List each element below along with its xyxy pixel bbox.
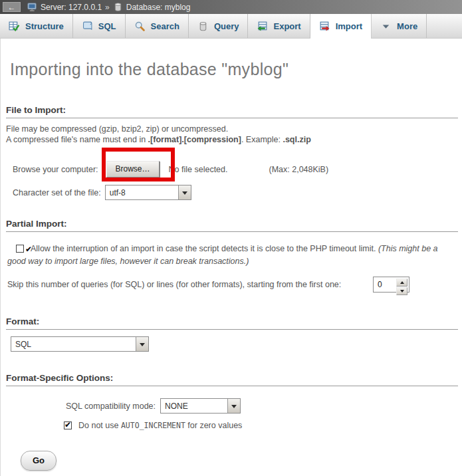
dropdown-arrow-icon[interactable]: [178, 185, 191, 199]
allow-interrupt-checkbox[interactable]: [16, 245, 24, 253]
format-heading: Format:: [6, 316, 458, 330]
browse-button[interactable]: Browse…: [106, 161, 160, 178]
main-content: Importing into the database "myblog" Fil…: [0, 39, 462, 476]
no-file-selected-text: No file selected.: [169, 165, 228, 174]
auto-increment-suffix: for zero values: [185, 421, 242, 430]
sql-compatibility-value: NONE: [161, 399, 227, 413]
sql-compatibility-select[interactable]: NONE: [160, 398, 241, 414]
tab-label: Query: [214, 21, 239, 31]
page-title: Importing into the database "myblog": [10, 60, 289, 79]
tab-import[interactable]: Import: [310, 14, 372, 39]
note-line1: File may be compressed (gzip, bzip2, zip…: [6, 124, 228, 134]
charset-label: Character set of the file:: [13, 188, 101, 197]
skip-queries-row: Skip this number of queries (for SQL) or…: [7, 277, 409, 293]
spinner-up-button[interactable]: [396, 279, 407, 287]
export-icon: [257, 21, 268, 32]
max-size-text: (Max: 2,048KiB): [269, 165, 328, 174]
query-icon: [197, 21, 209, 32]
breadcrumb: ← Server: 127.0.0.1 » Database: myblog: [0, 0, 462, 14]
spinner-buttons: [396, 279, 407, 291]
tab-label: SQL: [98, 21, 116, 31]
auto-increment-checkbox[interactable]: [64, 421, 72, 429]
server-icon: [27, 2, 37, 12]
allow-interrupt-row: Allow the interruption of an import in c…: [7, 243, 457, 268]
tab-label: More: [397, 21, 417, 31]
tab-label: Export: [273, 21, 300, 31]
tab-sql[interactable]: SQL: [73, 14, 126, 38]
database-icon: [113, 2, 123, 12]
note-example: .sql.zip: [283, 135, 310, 144]
sql-compatibility-label: SQL compatibility mode:: [66, 402, 156, 411]
breadcrumb-database[interactable]: Database: myblog: [126, 3, 191, 12]
tab-label: Search: [151, 21, 179, 31]
sql-compatibility-row: SQL compatibility mode: NONE: [66, 398, 241, 414]
sql-icon: [82, 21, 93, 32]
breadcrumb-separator: »: [105, 3, 110, 12]
note-format-pattern: .[format].[compression]: [148, 135, 241, 144]
browse-label: Browse your computer:: [13, 165, 98, 174]
auto-increment-code: AUTO_INCREMENT: [121, 421, 185, 430]
note-line2-mid: . Example:: [241, 135, 283, 144]
file-to-import-heading: File to Import:: [6, 105, 458, 118]
dropdown-arrow-icon[interactable]: [136, 337, 148, 351]
tab-query[interactable]: Query: [189, 14, 249, 38]
tab-structure[interactable]: Structure: [0, 14, 73, 38]
format-select[interactable]: SQL: [11, 336, 149, 352]
auto-increment-prefix: Do not use: [78, 421, 121, 430]
charset-selected-value: utf-8: [106, 185, 178, 199]
chevron-down-icon: [380, 21, 392, 32]
tab-export[interactable]: Export: [248, 14, 310, 38]
auto-increment-row: Do not use AUTO_INCREMENT for zero value…: [64, 421, 242, 430]
tab-search[interactable]: Search: [126, 14, 189, 38]
charset-row: Character set of the file: utf-8: [13, 185, 191, 200]
auto-increment-label: Do not use AUTO_INCREMENT for zero value…: [78, 421, 242, 430]
charset-select[interactable]: utf-8: [105, 185, 191, 200]
skip-queries-input[interactable]: 0: [373, 277, 409, 293]
search-icon: [134, 21, 146, 32]
note-line2-prefix: A compressed file's name must end in: [6, 135, 148, 144]
format-specific-options-heading: Format-Specific Options:: [6, 373, 458, 386]
tab-label: Import: [336, 21, 362, 31]
spinner-down-button[interactable]: [396, 287, 407, 295]
format-selected-value: SQL: [11, 337, 136, 351]
tab-label: Structure: [25, 21, 64, 31]
breadcrumb-server[interactable]: Server: 127.0.0.1: [41, 3, 102, 12]
structure-icon: [9, 21, 20, 32]
back-arrow-button[interactable]: ←: [3, 2, 21, 12]
skip-queries-label: Skip this number of queries (for SQL) or…: [7, 280, 341, 289]
dropdown-arrow-icon[interactable]: [227, 399, 240, 413]
import-icon: [319, 21, 330, 32]
compression-note: File may be compressed (gzip, bzip2, zip…: [6, 124, 311, 145]
tab-more[interactable]: More: [372, 14, 427, 38]
skip-queries-value: 0: [375, 279, 396, 291]
phpmyadmin-import-page: ← Server: 127.0.0.1 » Database: myblog S…: [0, 0, 462, 476]
tab-bar: Structure SQL Search Query Export: [0, 14, 462, 39]
partial-import-heading: Partial Import:: [6, 219, 458, 232]
allow-interrupt-text: Allow the interruption of an import in c…: [31, 244, 378, 253]
browse-row: Browse your computer: Browse… No file se…: [13, 161, 328, 178]
go-button[interactable]: Go: [21, 451, 57, 471]
